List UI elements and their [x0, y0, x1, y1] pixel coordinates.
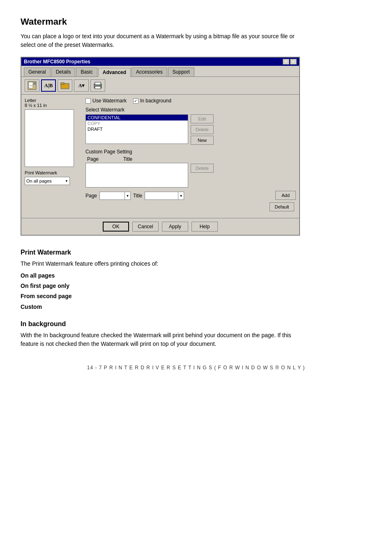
tab-bar: General Details Basic Advanced Accessori…	[21, 66, 299, 77]
use-watermark-checkbox[interactable]	[85, 98, 91, 104]
watermark-icon-btn[interactable]: WM	[25, 79, 39, 92]
title-input[interactable]	[145, 192, 178, 199]
tab-details[interactable]: Details	[51, 67, 76, 76]
title-input-label: Title	[133, 193, 142, 199]
help-button[interactable]: ?	[283, 59, 289, 65]
folder-icon-btn[interactable]	[58, 79, 72, 92]
custom-page-table[interactable]	[85, 163, 188, 188]
watermark-item-draft[interactable]: DRAFT	[86, 126, 188, 132]
svg-rect-7	[95, 82, 101, 85]
edit-button[interactable]: Edit	[191, 114, 214, 123]
use-watermark-label: Use Watermark	[92, 98, 127, 104]
title-input-arrow[interactable]: ▼	[178, 192, 184, 199]
svg-rect-3	[33, 82, 36, 85]
paper-size-label: Letter 8 ½ x 11 in	[25, 98, 82, 108]
in-background-label: In background	[140, 98, 171, 104]
title-input-wrapper: ▼	[145, 192, 184, 200]
svg-rect-8	[95, 86, 101, 89]
in-background-row: In background	[133, 98, 171, 104]
page-input[interactable]	[100, 192, 125, 199]
intro-text: You can place a logo or text into your d…	[21, 32, 308, 49]
print-watermark-heading: Print Watermark	[21, 249, 371, 256]
tab-support[interactable]: Support	[168, 67, 194, 76]
print-watermark-dropdown[interactable]: On all pages ▼	[25, 177, 70, 185]
toolbar: WM A|B A▾	[21, 77, 299, 95]
input-fields-row: Page ▼ Title ▼	[85, 192, 184, 200]
apply-button[interactable]: Apply	[162, 222, 188, 232]
ok-button[interactable]: OK	[103, 222, 129, 232]
page-input-wrapper: ▼	[99, 192, 131, 200]
watermark-section: CONFIDENTIAL COPY DRAFT Edit Delete New	[85, 114, 296, 145]
svg-rect-5	[61, 83, 64, 84]
font-icon-btn[interactable]: A▾	[74, 79, 89, 92]
default-button[interactable]: Default	[270, 202, 294, 211]
table-delete-button[interactable]: Delete	[191, 164, 214, 173]
close-button[interactable]: ×	[290, 59, 297, 65]
page-preview	[25, 109, 74, 167]
help-bottom-button[interactable]: Help	[191, 222, 218, 232]
dialog-title: Brother MFC8500 Properties	[24, 59, 90, 65]
top-options: Use Watermark In background	[85, 98, 296, 104]
page-title: Watermark	[21, 16, 371, 27]
ab-icon: A|B	[44, 82, 53, 89]
select-watermark-label: Select Watermark	[85, 107, 296, 113]
right-panel: Use Watermark In background Select Water…	[85, 98, 296, 215]
print-watermark-choices: On all pages On first page only From sec…	[21, 271, 371, 312]
choice-all-pages: On all pages	[21, 271, 371, 281]
watermark-item-confidential[interactable]: CONFIDENTIAL	[86, 115, 188, 120]
left-panel: Letter 8 ½ x 11 in Print Watermark On al…	[25, 98, 82, 215]
page-col-header: Page	[87, 156, 99, 162]
tab-advanced[interactable]: Advanced	[98, 68, 131, 77]
watermark-side-buttons: Edit Delete New	[191, 114, 214, 145]
delete-button[interactable]: Delete	[191, 125, 214, 134]
title-col-header: Title	[123, 156, 132, 162]
svg-point-9	[100, 85, 101, 86]
page-title-headers: Page Title	[85, 156, 296, 162]
dialog-bottom-buttons: OK Cancel Apply Help	[21, 218, 299, 235]
ab-icon-btn[interactable]: A|B	[41, 79, 56, 92]
choice-first-page: On first page only	[21, 281, 371, 291]
in-background-heading: In background	[21, 320, 371, 328]
in-background-checkbox[interactable]	[133, 98, 138, 104]
dropdown-value: On all pages	[26, 178, 52, 183]
dialog-titlebar: Brother MFC8500 Properties ? ×	[21, 58, 299, 66]
page-input-label: Page	[85, 193, 97, 199]
dropdown-arrow-icon: ▼	[65, 179, 68, 183]
page-footer: 14 - 7 P R I N T E R D R I V E R S E T T…	[21, 365, 371, 371]
default-row: Default	[85, 202, 296, 211]
watermark-item-copy[interactable]: COPY	[86, 120, 188, 126]
inputs-add-row: Page ▼ Title ▼ Add	[85, 191, 296, 200]
page-title-table: Delete	[85, 163, 296, 188]
printer-icon	[93, 81, 102, 90]
titlebar-controls: ? ×	[283, 59, 297, 65]
add-button[interactable]: Add	[275, 191, 296, 200]
tab-general[interactable]: General	[24, 67, 51, 76]
choice-second-page: From second page	[21, 291, 371, 301]
use-watermark-row: Use Watermark	[85, 98, 127, 104]
table-side-buttons: Delete	[191, 164, 214, 173]
dialog-body: Letter 8 ½ x 11 in Print Watermark On al…	[21, 95, 299, 218]
printer-icon-btn[interactable]	[90, 79, 105, 92]
cancel-button[interactable]: Cancel	[132, 222, 159, 232]
font-icon: A▾	[78, 83, 85, 89]
choice-custom: Custom	[21, 302, 371, 312]
print-watermark-desc: The Print Watermark feature offers print…	[21, 259, 308, 268]
watermark-list[interactable]: CONFIDENTIAL COPY DRAFT	[85, 114, 188, 144]
folder-icon	[60, 82, 69, 89]
in-background-desc: With the In background feature checked t…	[21, 331, 308, 348]
dialog-window: Brother MFC8500 Properties ? × General D…	[21, 57, 300, 236]
tab-accessories[interactable]: Accessories	[131, 67, 167, 76]
page-input-arrow[interactable]: ▼	[125, 192, 130, 199]
new-button[interactable]: New	[191, 136, 214, 145]
watermark-icon: WM	[28, 81, 37, 90]
custom-page-label: Custom Page Setting	[85, 149, 296, 155]
print-watermark-label: Print Watermark	[25, 170, 82, 175]
tab-basic[interactable]: Basic	[76, 67, 97, 76]
